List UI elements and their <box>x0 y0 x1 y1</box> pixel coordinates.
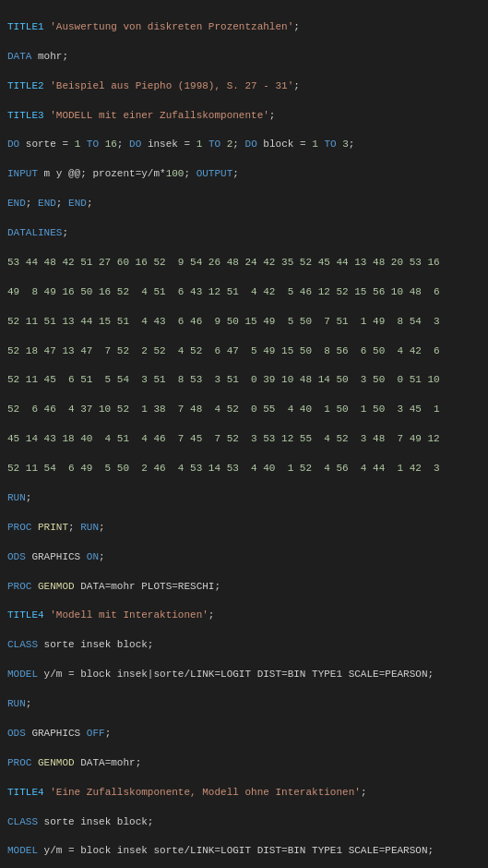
code-line: 52 18 47 13 47 7 52 2 52 4 52 6 47 5 49 … <box>7 344 481 359</box>
code-line: DATA mohr; <box>7 50 481 65</box>
code-line: TITLE3 'MODELL mit einer Zufallskomponen… <box>7 109 481 124</box>
code-line: MODEL y/m = block insek|sorte/LINK=LOGIT… <box>7 668 481 682</box>
code-line: DATALINES; <box>7 226 481 241</box>
code-line: 52 11 51 13 44 15 51 4 43 6 46 9 50 15 4… <box>7 315 481 330</box>
code-line: PROC GENMOD DATA=mohr; <box>7 756 481 771</box>
code-line: INPUT m y @@; prozent=y/m*100; OUTPUT; <box>7 167 481 182</box>
code-line: DO sorte = 1 TO 16; DO insek = 1 TO 2; D… <box>7 138 481 152</box>
code-line: TITLE2 'Beispiel aus Piepho (1998), S. 2… <box>7 79 481 94</box>
code-line: RUN; <box>7 491 481 506</box>
code-line: TITLE4 'Eine Zufallskomponente, Modell o… <box>7 786 481 801</box>
code-line: ODS GRAPHICS ON; <box>7 550 481 565</box>
code-line: ODS GRAPHICS OFF; <box>7 727 481 741</box>
code-line: CLASS sorte insek block; <box>7 815 481 830</box>
code-line: PROC PRINT; RUN; <box>7 521 481 536</box>
code-line: 52 6 46 4 37 10 52 1 38 7 48 4 52 0 55 4… <box>7 403 481 417</box>
code-line: CLASS sorte insek block; <box>7 638 481 653</box>
code-line: 52 11 45 6 51 5 54 3 51 8 53 3 51 0 39 1… <box>7 373 481 388</box>
code-line: RUN; <box>7 697 481 712</box>
code-line: 45 14 43 18 40 4 51 4 46 7 45 7 52 3 53 … <box>7 432 481 447</box>
code-line: TITLE1 'Auswertung von diskreten Prozent… <box>7 20 481 35</box>
code-line: 49 8 49 16 50 16 52 4 51 6 43 12 51 4 42… <box>7 285 481 300</box>
code-line: PROC GENMOD DATA=mohr PLOTS=RESCHI; <box>7 580 481 595</box>
code-line: MODEL y/m = block insek sorte/LINK=LOGIT… <box>7 844 481 859</box>
code-line: 52 11 54 6 49 5 50 2 46 4 53 14 53 4 40 … <box>7 462 481 476</box>
code-line: 53 44 48 42 51 27 60 16 52 9 54 26 48 24… <box>7 256 481 271</box>
code-editor: TITLE1 'Auswertung von diskreten Prozent… <box>0 0 488 868</box>
code-line: END; END; END; <box>7 197 481 211</box>
code-line: TITLE4 'Modell mit Interaktionen'; <box>7 609 481 623</box>
